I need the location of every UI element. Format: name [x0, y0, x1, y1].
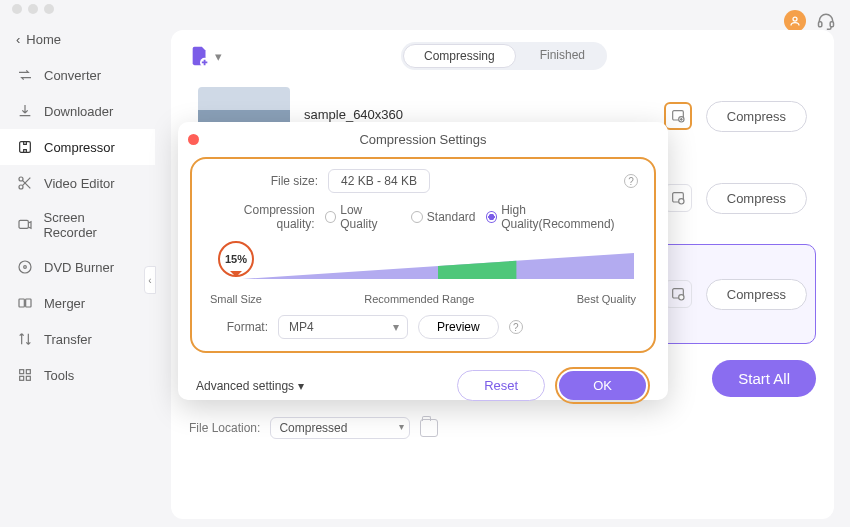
help-icon[interactable]: ? — [509, 320, 523, 334]
radio-label: Low Quality — [340, 203, 401, 231]
sidebar-item-label: Compressor — [44, 140, 115, 155]
sidebar-item-dvd-burner[interactable]: DVD Burner — [0, 249, 155, 285]
chevron-down-icon: ▾ — [215, 49, 222, 64]
sidebar: ‹ Home Converter Downloader Compressor V… — [0, 18, 155, 527]
slider-label-rec: Recommended Range — [364, 293, 474, 305]
traffic-close[interactable] — [12, 4, 22, 14]
modal-title: Compression Settings — [359, 132, 486, 147]
tab-segment: Compressing Finished — [401, 42, 607, 70]
disc-icon — [16, 258, 34, 276]
chevron-down-icon: ▾ — [298, 379, 304, 393]
advanced-settings-toggle[interactable]: Advanced settings▾ — [196, 379, 304, 393]
sidebar-item-transfer[interactable]: Transfer — [0, 321, 155, 357]
converter-icon — [16, 66, 34, 84]
window-titlebar — [0, 0, 850, 18]
sidebar-item-video-editor[interactable]: Video Editor — [0, 165, 155, 201]
preview-button[interactable]: Preview — [418, 315, 499, 339]
close-icon[interactable] — [188, 134, 199, 145]
svg-rect-12 — [26, 370, 30, 374]
download-icon — [16, 102, 34, 120]
sidebar-item-label: Converter — [44, 68, 101, 83]
svg-rect-9 — [19, 299, 24, 307]
compression-quality-label: Compression quality: — [208, 203, 315, 231]
sidebar-item-compressor[interactable]: Compressor — [0, 129, 155, 165]
back-label: Home — [26, 32, 61, 47]
file-name: sample_640x360 — [304, 107, 650, 122]
svg-rect-10 — [26, 299, 31, 307]
compress-button[interactable]: Compress — [706, 279, 807, 310]
radio-label: High Quality(Recommend) — [501, 203, 638, 231]
svg-point-7 — [19, 261, 31, 273]
traffic-max[interactable] — [44, 4, 54, 14]
sidebar-item-tools[interactable]: Tools — [0, 357, 155, 393]
sidebar-item-label: DVD Burner — [44, 260, 114, 275]
format-select[interactable]: MP4 — [278, 315, 408, 339]
chevron-left-icon: ‹ — [16, 32, 20, 47]
svg-rect-3 — [20, 142, 31, 153]
folder-icon[interactable] — [420, 419, 438, 437]
sidebar-item-label: Merger — [44, 296, 85, 311]
file-size-range[interactable]: 42 KB - 84 KB — [328, 169, 430, 193]
grid-icon — [16, 366, 34, 384]
svg-point-5 — [19, 185, 23, 189]
compress-button[interactable]: Compress — [706, 183, 807, 214]
sidebar-item-label: Transfer — [44, 332, 92, 347]
slider-track — [242, 253, 634, 279]
svg-point-4 — [19, 177, 23, 181]
svg-point-19 — [678, 199, 683, 204]
add-file-button[interactable]: ▾ — [189, 45, 222, 67]
svg-marker-24 — [438, 261, 516, 279]
svg-point-8 — [24, 266, 27, 269]
slider-handle[interactable]: 15% — [218, 241, 254, 277]
sidebar-item-screen-recorder[interactable]: Screen Recorder — [0, 201, 155, 249]
radio-high-quality[interactable]: High Quality(Recommend) — [486, 203, 638, 231]
traffic-min[interactable] — [28, 4, 38, 14]
advanced-label: Advanced settings — [196, 379, 294, 393]
format-label: Format: — [208, 320, 268, 334]
radio-low-quality[interactable]: Low Quality — [325, 203, 401, 231]
tab-compressing[interactable]: Compressing — [403, 44, 516, 68]
sidebar-item-label: Tools — [44, 368, 74, 383]
record-icon — [16, 216, 33, 234]
file-location-select[interactable]: Compressed — [270, 417, 410, 439]
compression-slider[interactable]: 15% — [212, 241, 634, 291]
slider-value: 15% — [225, 253, 247, 265]
radio-standard-quality[interactable]: Standard — [411, 210, 476, 224]
sidebar-item-downloader[interactable]: Downloader — [0, 93, 155, 129]
slider-label-best: Best Quality — [577, 293, 636, 305]
svg-rect-14 — [26, 376, 30, 380]
transfer-icon — [16, 330, 34, 348]
slider-label-small: Small Size — [210, 293, 262, 305]
merge-icon — [16, 294, 34, 312]
back-home[interactable]: ‹ Home — [0, 26, 155, 57]
tab-finished[interactable]: Finished — [518, 42, 607, 70]
sidebar-item-label: Video Editor — [44, 176, 115, 191]
sidebar-item-label: Screen Recorder — [43, 210, 139, 240]
compressor-icon — [16, 138, 34, 156]
file-size-label: File size: — [208, 174, 318, 188]
sidebar-item-merger[interactable]: Merger — [0, 285, 155, 321]
compress-button[interactable]: Compress — [706, 101, 807, 132]
scissors-icon — [16, 174, 34, 192]
sidebar-item-label: Downloader — [44, 104, 113, 119]
svg-point-21 — [678, 295, 683, 300]
radio-label: Standard — [427, 210, 476, 224]
file-location-label: File Location: — [189, 421, 260, 435]
svg-rect-6 — [19, 220, 28, 228]
sidebar-item-converter[interactable]: Converter — [0, 57, 155, 93]
ok-highlight: OK — [555, 367, 650, 404]
reset-button[interactable]: Reset — [457, 370, 545, 401]
help-icon[interactable]: ? — [624, 174, 638, 188]
svg-rect-11 — [20, 370, 24, 374]
start-all-button[interactable]: Start All — [712, 360, 816, 397]
settings-button[interactable] — [664, 102, 692, 130]
svg-rect-13 — [20, 376, 24, 380]
ok-button[interactable]: OK — [559, 371, 646, 400]
compression-settings-modal: Compression Settings File size: 42 KB - … — [178, 122, 668, 400]
